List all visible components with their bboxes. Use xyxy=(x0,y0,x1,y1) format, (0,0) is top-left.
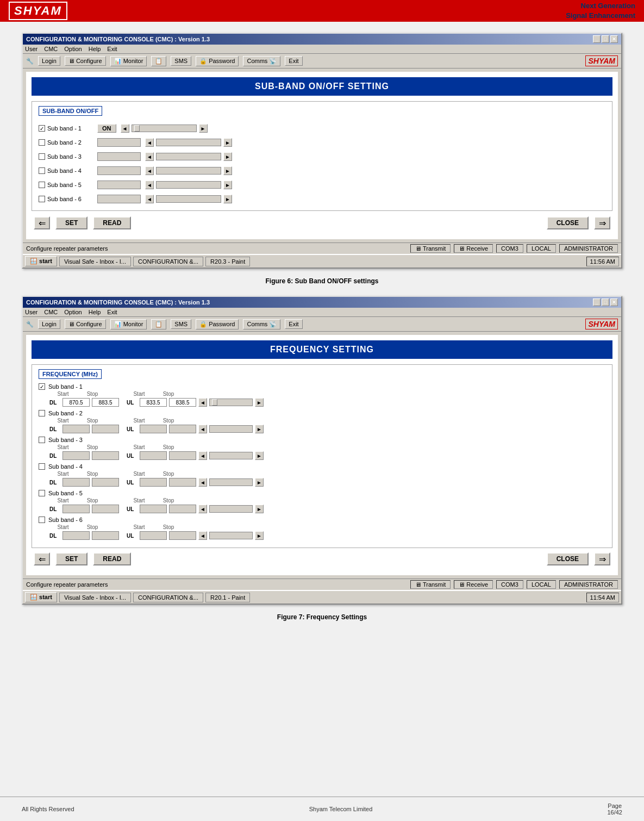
slider6-left-arrow[interactable]: ◄ xyxy=(145,195,154,203)
freq-slider5-left[interactable]: ◄ xyxy=(198,505,207,513)
configure-button[interactable]: 🖥 Configure xyxy=(65,56,106,66)
subband4-checkbox[interactable] xyxy=(39,167,45,174)
sms-button[interactable]: SMS xyxy=(171,56,191,66)
freq-subband6-checkbox[interactable] xyxy=(39,517,45,523)
slider1-left-arrow[interactable]: ◄ xyxy=(121,124,129,133)
status-button-7[interactable]: 📋 xyxy=(151,319,166,329)
menu-exit[interactable]: Exit xyxy=(107,46,117,52)
slider3-left-arrow[interactable]: ◄ xyxy=(145,152,154,161)
close-window-button[interactable]: ✕ xyxy=(610,35,618,43)
menu7-user[interactable]: User xyxy=(25,309,37,315)
subband2-label[interactable]: Sub band - 2 xyxy=(39,139,93,146)
password-button[interactable]: 🔒 Password xyxy=(196,56,239,66)
minimize-button[interactable]: _ xyxy=(593,35,601,43)
ul-stop-1[interactable] xyxy=(169,398,196,407)
menu7-exit[interactable]: Exit xyxy=(107,309,117,315)
close-button[interactable]: CLOSE xyxy=(547,216,589,229)
slider4-right-arrow[interactable]: ► xyxy=(223,166,232,175)
freq-slider6-right[interactable]: ► xyxy=(255,531,264,540)
start-button-7[interactable]: 🪟 start xyxy=(25,592,57,602)
freq-slider3-left[interactable]: ◄ xyxy=(198,451,207,460)
start-button[interactable]: 🪟 start xyxy=(25,256,57,266)
freq-slider6-bar[interactable] xyxy=(209,532,253,539)
slider5-bar[interactable] xyxy=(156,181,221,189)
subband5-checkbox[interactable] xyxy=(39,182,45,188)
freq-slider2-left[interactable]: ◄ xyxy=(198,425,207,433)
freq-slider6-left[interactable]: ◄ xyxy=(198,531,207,540)
login-button[interactable]: Login xyxy=(38,56,60,66)
subband6-label[interactable]: Sub band - 6 xyxy=(39,196,93,202)
taskbar7-item-1[interactable]: Visual Safe - Inbox - I... xyxy=(59,593,131,602)
taskbar-item-2[interactable]: CONFIGURATION &... xyxy=(133,257,203,266)
login-button-7[interactable]: Login xyxy=(38,319,60,329)
forward-button[interactable]: ⇒ xyxy=(594,216,610,229)
back-button[interactable]: ⇐ xyxy=(34,216,50,229)
back-button-7[interactable]: ⇐ xyxy=(34,552,50,565)
exit-button[interactable]: Exit xyxy=(285,56,302,66)
freq-slider3-bar[interactable] xyxy=(209,452,253,459)
comms-button-7[interactable]: Comms 📡 xyxy=(243,319,280,329)
menu7-cmc[interactable]: CMC xyxy=(44,309,58,315)
subband6-checkbox[interactable] xyxy=(39,196,45,202)
slider6-bar[interactable] xyxy=(156,195,221,203)
freq-slider4-bar[interactable] xyxy=(209,478,253,486)
slider5-left-arrow[interactable]: ◄ xyxy=(145,181,154,189)
freq-subband3-checkbox[interactable] xyxy=(39,437,45,443)
freq-slider5-bar[interactable] xyxy=(209,505,253,513)
slider1-bar[interactable] xyxy=(132,125,197,132)
slider6-right-arrow[interactable]: ► xyxy=(223,195,232,203)
taskbar-item-1[interactable]: Visual Safe - Inbox - I... xyxy=(59,257,131,266)
subband3-label[interactable]: Sub band - 3 xyxy=(39,153,93,160)
freq-slider2-right[interactable]: ► xyxy=(255,425,264,433)
freq-slider1-bar[interactable] xyxy=(209,399,253,406)
slider4-bar[interactable] xyxy=(156,167,221,175)
menu-user[interactable]: User xyxy=(25,46,37,52)
menu7-option[interactable]: Option xyxy=(64,309,82,315)
freq-subband5-checkbox[interactable] xyxy=(39,490,45,496)
menu7-help[interactable]: Help xyxy=(89,309,101,315)
slider1-right-arrow[interactable]: ► xyxy=(199,124,208,133)
subband5-label[interactable]: Sub band - 5 xyxy=(39,182,93,188)
subband1-label[interactable]: Sub band - 1 xyxy=(39,125,93,132)
freq-slider2-bar[interactable] xyxy=(209,425,253,433)
ul-start-1[interactable] xyxy=(140,398,167,407)
slider4-left-arrow[interactable]: ◄ xyxy=(145,166,154,175)
configure-button-7[interactable]: 🖥 Configure xyxy=(65,319,106,329)
subband1-checkbox[interactable] xyxy=(39,125,45,132)
comms-button[interactable]: Comms 📡 xyxy=(243,56,280,66)
freq-slider1-right[interactable]: ► xyxy=(255,398,264,407)
forward-button-7[interactable]: ⇒ xyxy=(594,552,610,565)
menu-option[interactable]: Option xyxy=(64,46,82,52)
set-button-7[interactable]: SET xyxy=(55,552,87,565)
menu-help[interactable]: Help xyxy=(89,46,101,52)
maximize-button[interactable]: □ xyxy=(602,35,609,43)
dl-stop-1[interactable] xyxy=(92,398,119,407)
minimize-button-7[interactable]: _ xyxy=(593,298,601,306)
subband2-checkbox[interactable] xyxy=(39,139,45,146)
status-button[interactable]: 📋 xyxy=(151,56,166,66)
taskbar7-item-2[interactable]: CONFIGURATION &... xyxy=(133,593,203,602)
freq-slider5-right[interactable]: ► xyxy=(255,505,264,513)
subband3-checkbox[interactable] xyxy=(39,153,45,160)
freq-subband2-checkbox[interactable] xyxy=(39,410,45,416)
slider2-bar[interactable] xyxy=(156,139,221,146)
freq-slider3-right[interactable]: ► xyxy=(255,451,264,460)
freq-subband1-checkbox[interactable] xyxy=(39,383,45,390)
close-button-7[interactable]: CLOSE xyxy=(547,552,589,565)
monitor-button[interactable]: 📊 Monitor xyxy=(110,56,147,66)
menu-cmc[interactable]: CMC xyxy=(44,46,58,52)
freq-subband4-checkbox[interactable] xyxy=(39,463,45,470)
password-button-7[interactable]: 🔒 Password xyxy=(196,319,239,329)
maximize-button-7[interactable]: □ xyxy=(602,298,609,306)
subband1-on-button[interactable]: ON xyxy=(97,124,116,133)
exit-button-7[interactable]: Exit xyxy=(285,319,302,329)
freq-slider1-left[interactable]: ◄ xyxy=(198,398,207,407)
freq-slider4-right[interactable]: ► xyxy=(255,478,264,487)
set-button[interactable]: SET xyxy=(55,216,87,229)
close-window-button-7[interactable]: ✕ xyxy=(610,298,618,306)
read-button[interactable]: READ xyxy=(93,216,131,229)
slider2-left-arrow[interactable]: ◄ xyxy=(145,138,154,147)
slider3-bar[interactable] xyxy=(156,153,221,160)
slider3-right-arrow[interactable]: ► xyxy=(223,152,232,161)
monitor-button-7[interactable]: 📊 Monitor xyxy=(110,319,147,329)
